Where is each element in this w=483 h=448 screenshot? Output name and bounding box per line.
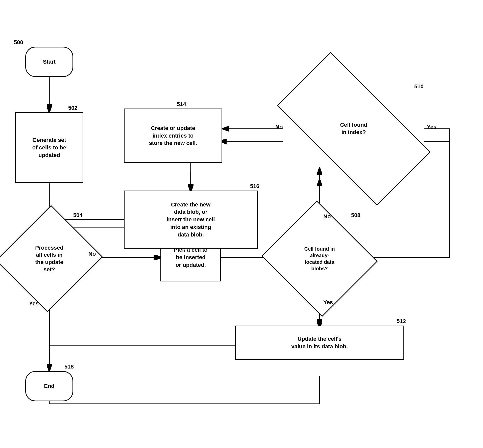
create-index-shape: Create or updateindex entries tostore th… xyxy=(124,109,222,163)
end-label: End xyxy=(41,380,58,392)
generate-label: Generate setof cells to beupdated xyxy=(29,134,69,161)
ref-518: 518 xyxy=(64,363,74,370)
processed-label: Processedall cells inthe updateset? xyxy=(13,220,86,298)
ref-500: 500 xyxy=(14,39,23,46)
create-blob-label: Create the newdata blob, orinsert the ne… xyxy=(164,199,218,240)
index-diamond: Cell foundin index? xyxy=(283,91,424,167)
start-shape: Start xyxy=(25,47,73,77)
label-no-blobs: No xyxy=(323,213,331,220)
create-blob-shape: Create the newdata blob, orinsert the ne… xyxy=(124,191,258,249)
ref-512: 512 xyxy=(397,318,406,325)
label-no-processed: No xyxy=(88,251,96,257)
label-yes-index: Yes xyxy=(427,124,437,130)
blobs-diamond: Cell found inalready-located datablobs? xyxy=(277,220,363,298)
ref-508: 508 xyxy=(351,212,360,219)
end-shape: End xyxy=(25,371,73,401)
label-no-index: No xyxy=(275,124,283,130)
ref-502: 502 xyxy=(68,105,78,111)
update-cell-shape: Update the cell'svalue in its data blob. xyxy=(235,326,404,360)
start-label: Start xyxy=(40,56,59,68)
processed-diamond: Processedall cells inthe updateset? xyxy=(13,220,86,298)
index-label: Cell foundin index? xyxy=(283,91,424,167)
create-index-label: Create or updateindex entries tostore th… xyxy=(146,122,200,149)
flowchart-diagram: Start 500 Generate setof cells to beupda… xyxy=(0,0,483,448)
ref-510: 510 xyxy=(414,83,424,90)
generate-shape: Generate setof cells to beupdated xyxy=(15,112,83,183)
ref-504: 504 xyxy=(73,212,83,219)
blobs-label: Cell found inalready-located datablobs? xyxy=(277,220,363,298)
label-yes-blobs: Yes xyxy=(323,299,333,306)
label-yes-processed: Yes xyxy=(29,300,39,307)
ref-514: 514 xyxy=(177,101,186,108)
update-cell-label: Update the cell'svalue in its data blob. xyxy=(288,333,351,352)
ref-516: 516 xyxy=(250,183,259,190)
